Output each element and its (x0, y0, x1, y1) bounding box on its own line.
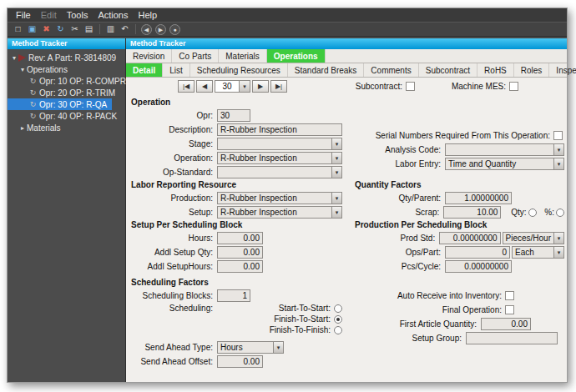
next-record-button[interactable]: ▶ (252, 80, 269, 93)
scrap-qty-radio[interactable] (528, 209, 537, 217)
scrap-field[interactable]: 10.00 (443, 206, 501, 219)
subcontract-checkbox[interactable] (406, 82, 415, 91)
prod-std-field[interactable]: 0.00000000 (439, 232, 500, 244)
prod-std-unit-value[interactable]: Pieces/Hour (503, 232, 553, 244)
analysis-code-value[interactable] (445, 143, 553, 156)
tab-comments[interactable]: Comments (364, 63, 418, 77)
machine-mes-checkbox[interactable] (509, 82, 518, 91)
production-select[interactable]: R-Rubber Inspection ▾ (217, 192, 342, 204)
new-icon[interactable]: □ (11, 23, 25, 36)
chevron-down-icon[interactable]: ▾ (553, 143, 564, 156)
opr-field[interactable]: 30 (217, 109, 250, 122)
chevron-down-icon[interactable]: ▾ (331, 166, 342, 178)
tab-detail[interactable]: Detail (126, 63, 163, 77)
record-combo-value[interactable]: 30 (215, 80, 240, 93)
addl-setup-hours-field[interactable]: 0.00 (217, 260, 263, 273)
scrap-pct-radio[interactable] (556, 209, 564, 217)
refresh-icon[interactable]: ↻ (53, 23, 68, 36)
prod-std-unit-select[interactable]: Pieces/Hour ▾ (503, 232, 564, 244)
tab-operations[interactable]: Operations (267, 49, 326, 63)
tree-item-opr-20[interactable]: ↻ Opr: 20 OP: R-TRIM (8, 87, 120, 98)
finish-to-start-radio[interactable] (334, 315, 342, 324)
nav-forward-icon[interactable]: ▶ (155, 24, 166, 35)
tab-subcontract[interactable]: Subcontract (419, 63, 477, 77)
tab-roles[interactable]: Roles (514, 63, 550, 77)
chevron-down-icon[interactable]: ▾ (553, 246, 564, 259)
op-standard-select[interactable]: ▾ (217, 166, 342, 178)
paste-icon[interactable]: ▥ (104, 23, 118, 36)
labor-entry-value[interactable]: Time and Quantity (445, 158, 553, 170)
record-combo[interactable]: 30 ▾ (215, 80, 250, 93)
chevron-down-icon[interactable]: ▾ (553, 232, 564, 244)
pcs-cycle-field[interactable]: 0.00000000 (445, 260, 512, 273)
tab-materials[interactable]: Materials (219, 49, 267, 63)
stage-value[interactable] (217, 138, 331, 150)
send-ahead-type-select[interactable]: Hours ▾ (217, 341, 284, 354)
copy-icon[interactable]: ▤ (82, 23, 96, 36)
chevron-down-icon[interactable]: ▾ (331, 206, 342, 219)
finish-to-finish-radio[interactable] (334, 326, 342, 334)
production-value[interactable]: R-Rubber Inspection (217, 192, 331, 204)
stage-select[interactable]: ▾ (217, 138, 342, 150)
menu-actions[interactable]: Actions (93, 9, 133, 21)
scheduling-blocks-field[interactable]: 1 (217, 289, 250, 302)
tab-rohs[interactable]: RoHS (477, 63, 514, 77)
tree-item-opr-10[interactable]: ↻ Opr: 10 OP: R-COMPR (8, 75, 131, 87)
qty-parent-field[interactable]: 1.00000000 (445, 192, 512, 204)
setup-value[interactable]: R-Rubber Inspection (217, 206, 331, 219)
setup-group-field[interactable] (466, 332, 558, 344)
operation-select[interactable]: R-Rubber Inspection ▾ (217, 152, 342, 164)
auto-receive-row: Auto Receive into Inventory: (353, 289, 564, 303)
nav-back-icon[interactable]: ◀ (141, 24, 152, 35)
cut-icon[interactable]: ✂ (68, 23, 82, 36)
analysis-code-select[interactable]: ▾ (445, 143, 564, 156)
last-record-button[interactable]: ▶| (270, 80, 287, 93)
expander-icon[interactable]: ▸ (18, 124, 27, 132)
final-operation-checkbox[interactable] (505, 305, 514, 314)
operation-value[interactable]: R-Rubber Inspection (217, 152, 331, 164)
undo-icon[interactable]: ↶ (118, 23, 132, 36)
addl-setup-qty-field[interactable]: 0.00 (217, 246, 263, 259)
setup-select[interactable]: R-Rubber Inspection ▾ (217, 206, 342, 219)
ops-part-unit-select[interactable]: Each ▾ (512, 246, 564, 259)
send-ahead-type-value[interactable]: Hours (217, 341, 273, 354)
labor-entry-select[interactable]: Time and Quantity ▾ (445, 158, 564, 170)
menu-file[interactable]: File (11, 9, 36, 21)
save-icon[interactable]: ▣ (25, 23, 39, 36)
menu-help[interactable]: Help (133, 9, 162, 21)
first-article-field[interactable]: 0.00 (481, 318, 531, 330)
send-ahead-offset-field[interactable]: 0.00 (217, 355, 263, 368)
tab-list[interactable]: List (163, 63, 190, 77)
first-record-button[interactable]: |◀ (178, 80, 195, 93)
expander-icon[interactable]: ▾ (18, 66, 27, 73)
tab-standard-breaks[interactable]: Standard Breaks (288, 63, 365, 77)
menu-tools[interactable]: Tools (62, 9, 93, 21)
nav-stop-icon[interactable]: ● (169, 24, 180, 35)
hours-field[interactable]: 0.00 (217, 232, 263, 244)
chevron-down-icon[interactable]: ▾ (273, 341, 284, 354)
tab-scheduling-resources[interactable]: Scheduling Resources (190, 63, 288, 77)
chevron-down-icon[interactable]: ▾ (553, 158, 564, 170)
serial-required-checkbox[interactable] (553, 131, 563, 140)
ops-part-unit-value[interactable]: Each (512, 246, 553, 259)
chevron-down-icon[interactable]: ▾ (331, 192, 342, 204)
delete-icon[interactable]: ✖ (39, 23, 53, 36)
expander-icon[interactable]: ▾ (10, 54, 18, 62)
tree-item-root[interactable]: ▾ Rev: A Part: R-3814809 (8, 52, 121, 63)
tab-co-parts[interactable]: Co Parts (172, 49, 219, 63)
tab-revision[interactable]: Revision (126, 49, 172, 63)
auto-receive-checkbox[interactable] (505, 291, 514, 300)
tree-item-opr-30[interactable]: ↻ Opr: 30 OP: R-QA (8, 98, 112, 110)
chevron-down-icon[interactable]: ▾ (240, 80, 250, 93)
prev-record-button[interactable]: ◀ (196, 80, 213, 93)
start-to-start-radio[interactable] (334, 304, 342, 313)
tab-inspection[interactable]: Inspection (549, 63, 576, 77)
tree-item-materials[interactable]: ▸ Materials (8, 122, 66, 133)
ops-part-field[interactable]: 0 (445, 246, 510, 259)
chevron-down-icon[interactable]: ▾ (331, 152, 342, 164)
tree-item-opr-40[interactable]: ↻ Opr: 40 OP: R-PACK (8, 110, 122, 122)
tree-item-operations[interactable]: ▾ Operations (8, 63, 73, 75)
op-standard-value[interactable] (217, 166, 331, 178)
description-field[interactable]: R-Rubber Inspection (217, 123, 342, 136)
chevron-down-icon[interactable]: ▾ (331, 138, 342, 150)
